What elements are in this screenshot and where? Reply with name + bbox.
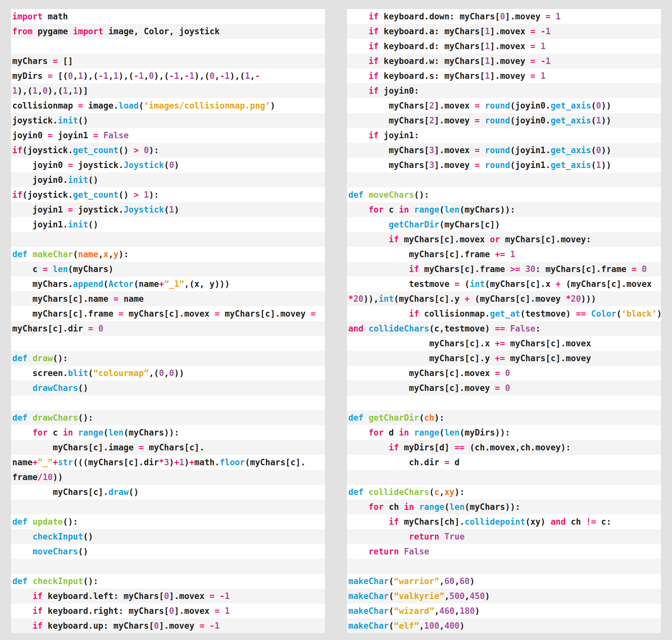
code-token-plain-text: ( bbox=[591, 160, 596, 170]
code-token-plain-text: myChars[ bbox=[348, 116, 429, 125]
code-token-keyword-operator-pink: = bbox=[455, 279, 460, 289]
code-token-keyword-operator-pink: = bbox=[474, 101, 480, 111]
code-token-keyword-operator-pink: / bbox=[38, 472, 43, 482]
code-token-plain-text: ) bbox=[485, 591, 490, 601]
code-token-plain-text: ): bbox=[149, 145, 159, 155]
code-token-plain-text bbox=[348, 264, 409, 274]
code-token-plain-text: , bbox=[108, 71, 113, 81]
code-token-plain-text: (): bbox=[414, 190, 429, 200]
code-token-plain-text: ),( bbox=[119, 71, 134, 81]
code-token-number-constant-purple: 1 bbox=[179, 457, 185, 467]
code-token-plain-text bbox=[12, 428, 33, 437]
code-token-plain-text: ].movey bbox=[490, 71, 530, 81]
code-line: if myChars[c].movex or myChars[c].movey: bbox=[347, 232, 661, 247]
code-token-number-constant-purple: 3 bbox=[164, 457, 169, 467]
code-token-keyword-operator-pink: if bbox=[369, 41, 379, 51]
code-token-parameter-orange: ch bbox=[424, 413, 434, 423]
code-token-plain-text bbox=[480, 101, 485, 111]
code-token-builtin-function-blue: moveChars bbox=[33, 547, 78, 556]
code-token-plain-text: , bbox=[215, 71, 220, 81]
code-token-plain-text: ].movex bbox=[490, 27, 530, 36]
code-line: def update(): bbox=[11, 514, 325, 529]
code-token-builtin-function-blue: init bbox=[68, 175, 88, 185]
code-token-keyword-operator-pink: = bbox=[546, 12, 551, 21]
code-line: if keyboard.s: myChars[1].movey = 1 bbox=[347, 69, 661, 83]
code-token-builtin-function-blue: def bbox=[348, 487, 364, 497]
code-token-plain-text: ))) bbox=[581, 294, 596, 304]
code-token-keyword-operator-pink: if bbox=[369, 12, 379, 21]
code-line: myChars[c].movex = 0 bbox=[347, 366, 661, 381]
code-token-plain-text: ].movey bbox=[490, 56, 530, 66]
code-token-builtin-function-blue: def bbox=[12, 517, 28, 527]
code-token-plain-text: )) bbox=[601, 116, 611, 125]
code-line: if keyboard.w: myChars[1].movey = -1 bbox=[347, 54, 661, 69]
code-token-plain-text: ,( bbox=[149, 368, 159, 378]
code-token-parameter-orange: c bbox=[434, 487, 439, 497]
code-token-plain-text: myChars[c].name bbox=[12, 294, 113, 304]
code-token-number-constant-purple: 1 bbox=[224, 591, 230, 601]
code-token-plain-text bbox=[73, 428, 78, 437]
code-token-keyword-operator-pink: from bbox=[12, 27, 33, 36]
code-line: makeChar(“valkyrie”,500,450) bbox=[347, 588, 661, 603]
code-token-plain-text: myChars[ bbox=[348, 160, 429, 170]
code-token-plain-text: ) bbox=[657, 309, 661, 319]
code-token-keyword-operator-pink: if bbox=[369, 71, 379, 81]
code-token-plain-text bbox=[28, 249, 33, 259]
code-token-plain-text: myChars[c].movey bbox=[220, 309, 311, 319]
code-token-builtin-function-blue: def bbox=[12, 249, 28, 259]
code-line: checkInput() bbox=[11, 529, 325, 544]
code-token-number-constant-purple: 0 bbox=[164, 591, 169, 601]
code-token-plain-text: joyin1. bbox=[12, 220, 68, 229]
code-token-builtin-function-blue: Actor bbox=[108, 279, 133, 289]
code-line: def drawChars(): bbox=[11, 410, 325, 425]
code-token-keyword-operator-pink: > bbox=[134, 145, 139, 155]
code-line: myChars[c].dir = 0 bbox=[11, 321, 325, 336]
code-token-number-constant-purple: 0 bbox=[210, 71, 215, 81]
code-token-keyword-operator-pink: + bbox=[556, 279, 561, 289]
code-token-plain-text bbox=[364, 487, 369, 497]
code-token-number-constant-purple: 100 bbox=[424, 621, 439, 631]
code-line: def getCharDir(ch): bbox=[347, 410, 661, 425]
code-token-plain-text: joyin1: bbox=[379, 131, 419, 140]
code-token-plain-text: () bbox=[78, 547, 88, 556]
code-token-keyword-operator-pink: + bbox=[465, 294, 470, 304]
code-token-plain-text: (): bbox=[83, 576, 98, 586]
code-token-builtin-function-blue: collidepoint bbox=[465, 517, 525, 527]
code-token-plain-text bbox=[480, 160, 485, 170]
code-token-builtin-function-blue: getCharDir bbox=[389, 220, 439, 229]
code-token-keyword-operator-pink: = bbox=[199, 621, 205, 631]
code-token-plain-text: image, Color, joystick bbox=[103, 27, 220, 36]
code-token-plain-text bbox=[48, 264, 53, 274]
code-line: makeChar(“warrior”,60,60) bbox=[347, 574, 661, 588]
code-token-plain-text: myChars[c]. bbox=[12, 487, 108, 497]
code-token-plain-text: ].movey bbox=[434, 160, 474, 170]
code-token-plain-text bbox=[505, 249, 510, 259]
code-line: myChars[c].draw() bbox=[11, 484, 325, 499]
code-line: if keyboard.left: myChars[0].movex = -1 bbox=[11, 588, 325, 603]
code-token-plain-text: myDirs bbox=[12, 71, 48, 81]
code-token-plain-text bbox=[348, 428, 369, 437]
code-token-plain-text: ( bbox=[389, 591, 394, 601]
code-token-keyword-operator-pink: += bbox=[495, 353, 505, 363]
code-token-builtin-function-blue: makeChar bbox=[348, 606, 389, 616]
code-token-builtin-function-blue: def bbox=[12, 413, 28, 423]
code-token-keyword-operator-pink: = bbox=[48, 131, 53, 140]
code-token-number-constant-purple: False bbox=[103, 131, 129, 140]
code-token-plain-text: keyboard.w: myChars[ bbox=[379, 56, 485, 66]
code-token-plain-text: () bbox=[78, 116, 88, 125]
code-token-builtin-function-blue: round bbox=[485, 145, 510, 155]
code-token-keyword-operator-pink: - bbox=[134, 71, 139, 81]
code-token-keyword-operator-pink: * bbox=[348, 294, 353, 304]
code-token-number-constant-purple: 0 bbox=[144, 145, 149, 155]
code-token-keyword-operator-pink: + bbox=[189, 457, 194, 467]
code-token-plain-text bbox=[364, 190, 369, 200]
code-token-plain-text: , bbox=[444, 591, 449, 601]
code-token-keyword-operator-pink: = bbox=[530, 71, 536, 81]
code-token-builtin-function-blue: Joystick bbox=[123, 205, 164, 215]
code-token-keyword-operator-pink: > bbox=[134, 190, 139, 200]
code-token-keyword-operator-pink: in bbox=[399, 428, 409, 437]
code-token-keyword-operator-pink: if bbox=[12, 190, 22, 200]
code-token-number-constant-purple: 1 bbox=[103, 71, 108, 81]
code-token-plain-text: ): bbox=[149, 190, 159, 200]
code-token-number-constant-purple: 0 bbox=[169, 368, 174, 378]
